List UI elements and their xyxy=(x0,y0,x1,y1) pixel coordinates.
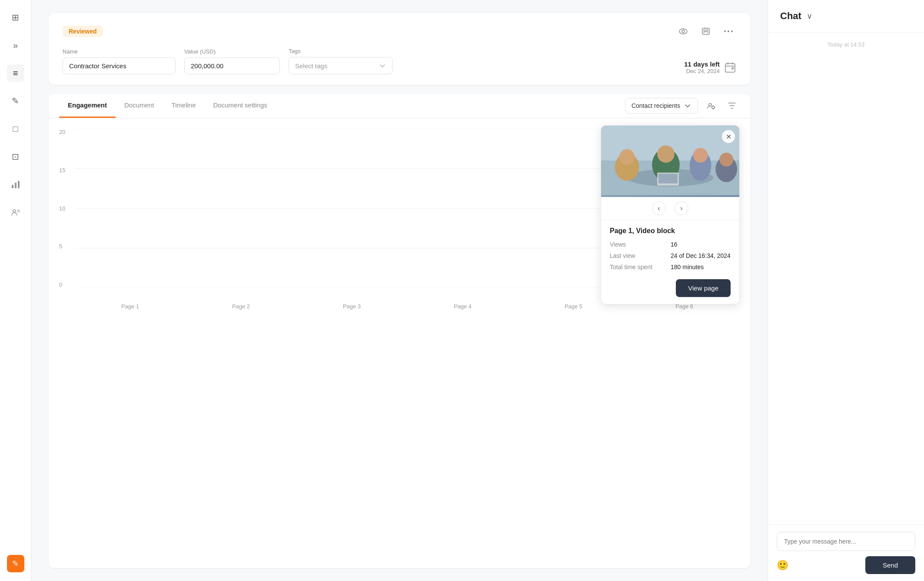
sidebar-icon-box[interactable]: □ xyxy=(7,120,24,137)
name-label: Name xyxy=(63,48,176,55)
content-card: Engagement Document Timeline Document se… xyxy=(49,93,750,568)
send-button[interactable]: Send xyxy=(865,556,915,574)
svg-point-14 xyxy=(712,106,715,109)
tab-document[interactable]: Document xyxy=(116,93,163,118)
y-label-20: 20 xyxy=(59,129,65,135)
svg-point-8 xyxy=(706,30,708,31)
sidebar-icon-grid[interactable]: ⊞ xyxy=(7,9,24,26)
sidebar: ⊞ » ≡ ✎ □ ⊡ ✎ xyxy=(0,0,31,581)
chat-input[interactable] xyxy=(784,538,908,545)
popup-stat-views: Views 16 xyxy=(610,241,731,248)
popup-stat-totaltime: Total time spent 180 minutes xyxy=(610,264,731,270)
fields-row: Name Value (USD) Tags Select tags 11 day… xyxy=(63,48,736,74)
sidebar-icon-chevrons[interactable]: » xyxy=(7,37,24,54)
svg-point-4 xyxy=(679,29,687,34)
tags-field-group: Tags Select tags xyxy=(289,48,393,74)
contact-recipients-label: Contact recipients xyxy=(632,102,680,109)
chat-chevron-icon[interactable]: ∨ xyxy=(807,11,812,21)
tab-document-settings[interactable]: Document settings xyxy=(205,93,276,118)
emoji-button[interactable]: 🙂 xyxy=(777,560,788,571)
y-label-5: 5 xyxy=(59,243,65,250)
popup-lastview-value: 24 of Dec 16:34, 2024 xyxy=(671,252,731,259)
tags-label: Tags xyxy=(289,48,393,54)
chart-area: 20 15 10 5 0 Page 1 Page 2 Page xyxy=(49,118,750,318)
popup-views-value: 16 xyxy=(671,241,678,248)
svg-point-30 xyxy=(719,153,733,167)
popup-lastview-label: Last view xyxy=(610,252,671,259)
popup-next-button[interactable]: › xyxy=(675,201,688,215)
popup-nav: ‹ › xyxy=(601,197,739,220)
svg-point-9 xyxy=(724,30,726,32)
tab-timeline[interactable]: Timeline xyxy=(163,93,204,118)
days-left: 11 days left Dec 24, 2024 xyxy=(684,60,720,74)
y-label-0: 0 xyxy=(59,281,65,288)
tags-select[interactable]: Select tags xyxy=(289,57,393,74)
x-label-page2: Page 2 xyxy=(232,303,250,310)
svg-rect-0 xyxy=(12,185,13,188)
y-label-15: 15 xyxy=(59,167,65,174)
svg-point-5 xyxy=(682,30,685,33)
svg-point-24 xyxy=(619,149,635,165)
sidebar-icon-contacts[interactable] xyxy=(7,204,24,221)
chart-y-labels: 20 15 10 5 0 xyxy=(59,129,65,288)
popup-image-container: ✕ xyxy=(601,126,739,197)
svg-point-3 xyxy=(13,210,16,212)
x-label-page3: Page 3 xyxy=(343,303,361,310)
chat-header: Chat ∨ xyxy=(768,0,924,33)
tab-engagement[interactable]: Engagement xyxy=(59,93,116,118)
tags-placeholder: Select tags xyxy=(295,62,327,70)
tabs-right: Contact recipients xyxy=(625,98,740,114)
popup-image xyxy=(601,126,739,197)
days-left-date: Dec 24, 2024 xyxy=(684,68,720,74)
svg-rect-32 xyxy=(658,174,678,184)
more-options-button[interactable] xyxy=(721,23,736,39)
svg-point-7 xyxy=(704,30,705,31)
value-label: Value (USD) xyxy=(184,48,280,55)
eye-button[interactable] xyxy=(675,23,691,39)
header-card-top: Reviewed xyxy=(63,23,736,39)
popup-card: ✕ ‹ › Page 1, Video block Views 16 Last … xyxy=(601,125,740,304)
svg-rect-6 xyxy=(702,28,709,34)
popup-totaltime-value: 180 minutes xyxy=(671,264,704,270)
popup-totaltime-label: Total time spent xyxy=(610,264,671,270)
x-label-page4: Page 4 xyxy=(454,303,472,310)
value-input[interactable] xyxy=(184,57,280,74)
sidebar-icon-layers[interactable]: ⊡ xyxy=(7,148,24,165)
header-actions xyxy=(675,23,736,39)
chat-footer: 🙂 Send xyxy=(768,524,924,581)
svg-rect-1 xyxy=(15,183,17,188)
chat-actions: 🙂 Send xyxy=(777,556,915,574)
name-field-group: Name xyxy=(63,48,176,74)
meeting-scene-svg xyxy=(601,126,739,195)
filter-button[interactable] xyxy=(724,98,740,114)
svg-point-28 xyxy=(693,148,708,163)
sidebar-avatar-button[interactable]: ✎ xyxy=(7,555,24,572)
chat-messages: Today at 14:53 xyxy=(768,33,924,524)
svg-rect-2 xyxy=(18,181,20,188)
chat-title: Chat xyxy=(780,10,801,22)
sidebar-icon-list[interactable]: ≡ xyxy=(7,64,24,82)
sidebar-icon-chart[interactable] xyxy=(7,176,24,193)
view-page-button[interactable]: View page xyxy=(676,279,731,297)
sidebar-icon-edit[interactable]: ✎ xyxy=(7,92,24,110)
popup-views-label: Views xyxy=(610,241,671,248)
y-label-10: 10 xyxy=(59,205,65,212)
popup-content: Page 1, Video block Views 16 Last view 2… xyxy=(601,220,739,304)
value-field-group: Value (USD) xyxy=(184,48,280,74)
calendar-edit-button[interactable] xyxy=(724,61,736,73)
days-left-count: 11 days left xyxy=(684,60,720,68)
svg-point-13 xyxy=(709,104,711,106)
chat-date-label: Today at 14:53 xyxy=(780,41,912,48)
popup-stat-lastview: Last view 24 of Dec 16:34, 2024 xyxy=(610,252,731,259)
header-card: Reviewed xyxy=(49,13,750,85)
contact-recipients-button[interactable]: Contact recipients xyxy=(625,98,698,114)
popup-title: Page 1, Video block xyxy=(610,227,731,235)
share-button[interactable] xyxy=(698,23,714,39)
main-area: Reviewed xyxy=(31,0,768,581)
x-label-page5: Page 5 xyxy=(565,303,582,310)
recipients-settings-button[interactable] xyxy=(703,98,719,114)
svg-point-26 xyxy=(657,145,675,163)
name-input[interactable] xyxy=(63,57,176,74)
popup-prev-button[interactable]: ‹ xyxy=(652,201,666,215)
close-popup-button[interactable]: ✕ xyxy=(722,130,735,143)
